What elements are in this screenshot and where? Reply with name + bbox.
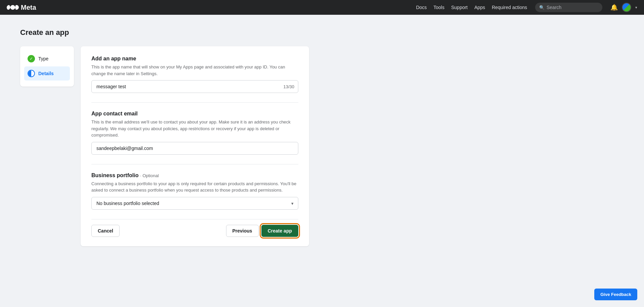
create-app-button[interactable]: Create app	[261, 225, 298, 237]
step-type[interactable]: ✓ Type	[24, 52, 70, 66]
step-details-label: Details	[38, 71, 54, 76]
business-portfolio-section: Business portfolio · Optional Connecting…	[91, 172, 298, 210]
section-divider-2	[91, 164, 298, 164]
nav-links: Docs Tools Support Apps Required actions	[416, 5, 527, 10]
form-actions: Cancel Previous Create app	[91, 219, 298, 237]
main-content: Create an app ✓ Type Details Add an app …	[0, 15, 644, 260]
step-type-label: Type	[38, 56, 48, 61]
wizard-container: ✓ Type Details Add an app name This is t…	[20, 46, 624, 246]
contact-email-desc: This is the email address we'll use to c…	[91, 119, 298, 139]
avatar[interactable]	[622, 3, 631, 12]
search-icon: 🔍	[539, 5, 545, 10]
page-title: Create an app	[20, 28, 624, 37]
nav-docs[interactable]: Docs	[416, 5, 427, 10]
form-card: Add an app name This is the app name tha…	[81, 46, 309, 246]
search-box[interactable]: 🔍	[535, 3, 602, 12]
navbar: Meta Docs Tools Support Apps Required ac…	[0, 0, 644, 15]
nav-tools[interactable]: Tools	[433, 5, 444, 10]
char-count: 13/30	[283, 84, 294, 89]
chevron-down-icon[interactable]: ▾	[635, 5, 637, 10]
right-actions: Previous Create app	[226, 225, 299, 237]
brand-name: Meta	[21, 4, 36, 11]
step-details[interactable]: Details	[24, 66, 70, 81]
app-name-input-wrapper: 13/30	[91, 80, 298, 93]
contact-email-title: App contact email	[91, 111, 298, 117]
cancel-button[interactable]: Cancel	[91, 225, 120, 237]
bell-icon[interactable]: 🔔	[610, 4, 618, 11]
previous-button[interactable]: Previous	[226, 225, 259, 237]
brand-logo: Meta	[7, 4, 36, 11]
give-feedback-button[interactable]: Give Feedback	[594, 289, 637, 300]
business-portfolio-title: Business portfolio · Optional	[91, 172, 298, 178]
search-input[interactable]	[547, 5, 594, 10]
contact-email-section: App contact email This is the email addr…	[91, 111, 298, 155]
optional-badge: · Optional	[140, 173, 159, 178]
app-name-title: Add an app name	[91, 56, 298, 62]
app-name-section: Add an app name This is the app name tha…	[91, 56, 298, 93]
steps-sidebar: ✓ Type Details	[20, 46, 74, 87]
app-name-desc: This is the app name that will show on y…	[91, 64, 298, 77]
step-details-icon	[28, 70, 35, 77]
navbar-icons: 🔔 ▾	[610, 3, 637, 12]
business-portfolio-desc: Connecting a business portfolio to your …	[91, 181, 298, 194]
nav-required-actions[interactable]: Required actions	[492, 5, 527, 10]
section-divider-1	[91, 102, 298, 103]
step-type-check-icon: ✓	[28, 55, 35, 62]
business-portfolio-dropdown[interactable]: No business portfolio selected	[91, 197, 298, 210]
contact-email-input[interactable]	[91, 142, 298, 155]
nav-support[interactable]: Support	[451, 5, 468, 10]
nav-apps[interactable]: Apps	[474, 5, 485, 10]
business-portfolio-dropdown-wrapper: No business portfolio selected ▾	[91, 197, 298, 210]
app-name-input[interactable]	[91, 80, 298, 93]
